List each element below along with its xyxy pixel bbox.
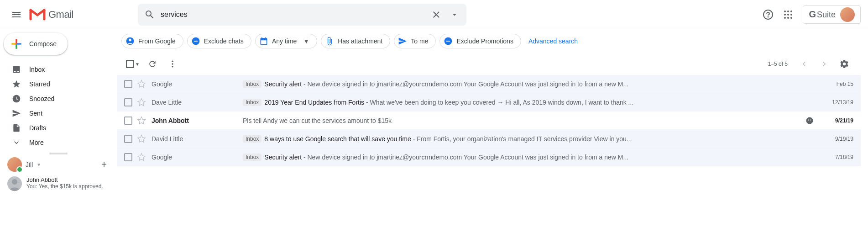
email-date: Feb 15 [821,81,853,87]
star-icon [12,80,21,89]
attach-blue-icon [325,37,334,46]
star-button[interactable] [137,98,146,107]
star-button[interactable] [137,134,146,143]
search-button[interactable] [141,5,159,24]
refresh-button[interactable] [143,55,162,73]
hangouts-header: Jill ▼ + [0,155,117,174]
search-input[interactable] [159,11,427,19]
header-right: GSuite [759,5,864,24]
close-icon [431,9,442,20]
hangouts-user-avatar[interactable] [7,157,22,172]
more-actions-button[interactable] [163,55,182,73]
email-checkbox[interactable] [124,98,132,106]
chevron-right-icon [820,59,829,69]
select-all-checkbox[interactable]: ▼ [124,60,141,68]
filter-chip-0[interactable]: From Google [121,34,183,48]
apps-button[interactable] [779,5,797,24]
nav-item-sent[interactable]: Sent [0,106,117,121]
chip-label: To me [411,37,428,45]
svg-point-21 [806,117,813,124]
nav-item-drafts[interactable]: Drafts [0,121,117,135]
expand-icon [12,138,21,147]
nav-item-snoozed[interactable]: Snoozed [0,91,117,106]
contact-avatar [7,176,22,191]
email-content: InboxSecurity alert - New device signed … [243,80,801,88]
hangouts-add-button[interactable]: + [97,157,111,172]
email-checkbox[interactable] [124,117,132,125]
attachment-indicator [805,117,814,125]
sidebar: Compose InboxStarredSnoozedSentDraftsMor… [0,29,117,194]
star-outline-icon [137,116,146,125]
email-row[interactable]: GoogleInboxSecurity alert - New device s… [117,75,861,93]
email-date: 9/21/19 [821,117,853,124]
email-row[interactable]: Dave LittleInbox2019 Year End Updates fr… [117,93,861,111]
filter-chips: From GoogleExclude chatsAny time▼Has att… [117,29,861,53]
svg-rect-15 [194,41,198,42]
svg-point-18 [172,61,173,62]
star-outline-icon [137,153,146,162]
gear-icon [839,59,849,69]
gmail-logo[interactable]: Gmail [29,8,138,21]
support-button[interactable] [759,5,777,24]
chip-label: From Google [138,37,176,45]
star-outline-icon [137,98,146,107]
star-button[interactable] [137,80,146,89]
clear-search-button[interactable] [427,5,445,24]
compose-button[interactable]: Compose [4,33,68,55]
filter-chip-2[interactable]: Any time▼ [255,34,317,48]
email-checkbox[interactable] [124,80,132,88]
hangouts-caret-icon[interactable]: ▼ [37,162,41,167]
filter-chip-3[interactable]: Has attachment [321,34,390,48]
svg-point-4 [790,11,792,12]
svg-point-7 [790,14,792,16]
attachment-badge-icon [805,117,814,125]
main-menu-button[interactable] [5,4,27,26]
filter-chip-1[interactable]: Exclude chats [187,34,251,48]
toolbar: ▼ 1–5 of 5 [117,53,861,75]
result-count: 1–5 of 5 [768,61,788,67]
chevron-left-icon [800,59,809,69]
email-row[interactable]: David LittleInbox8 ways to use Google se… [117,130,861,148]
hangouts-user-name: Jill [26,161,33,168]
contact-name: John Abbott [26,176,103,183]
settings-button[interactable] [835,55,853,73]
nav-label: Inbox [29,66,45,73]
search-bar [138,4,466,26]
email-content: Inbox8 ways to use Google search that wi… [243,135,801,143]
svg-point-5 [784,14,786,16]
svg-point-8 [784,17,786,19]
prev-page-button[interactable] [795,55,813,73]
email-checkbox[interactable] [124,153,132,161]
star-outline-icon [137,80,146,89]
filter-chip-5[interactable]: Exclude Promotions [439,34,521,48]
gsuite-badge[interactable]: GSuite [803,5,861,24]
email-subject-line: Security alert - New device signed in to… [264,80,628,88]
search-options-button[interactable] [445,5,464,24]
gmail-m-icon [29,8,46,21]
email-row[interactable]: John AbbottPls tell Andy we can cut the … [117,111,861,130]
chip-label: Exclude Promotions [456,37,513,45]
account-avatar[interactable] [840,7,855,22]
person-blue-icon [125,37,135,46]
star-button[interactable] [137,153,146,162]
svg-point-13 [129,39,131,42]
compose-plus-icon [9,37,24,51]
email-content: Inbox2019 Year End Updates from Fortis -… [243,99,801,106]
email-checkbox[interactable] [124,135,132,143]
email-sender: Dave Little [152,99,243,106]
email-date: 7/18/19 [821,154,853,160]
nav-item-inbox[interactable]: Inbox [0,62,117,77]
email-date: 12/13/19 [821,99,853,106]
sidebar-divider[interactable] [0,153,117,154]
filter-chip-4[interactable]: To me [394,34,436,48]
hangouts-contact[interactable]: John Abbott You: Yes, the $15k is approv… [0,174,117,194]
advanced-search-link[interactable]: Advanced search [528,37,578,45]
email-row[interactable]: GoogleInboxSecurity alert - New device s… [117,148,861,166]
svg-rect-17 [446,41,450,42]
svg-point-2 [784,11,786,12]
star-button[interactable] [137,116,146,125]
refresh-icon [148,59,157,69]
nav-item-starred[interactable]: Starred [0,77,117,91]
nav-item-more[interactable]: More [0,135,117,150]
next-page-button[interactable] [815,55,833,73]
